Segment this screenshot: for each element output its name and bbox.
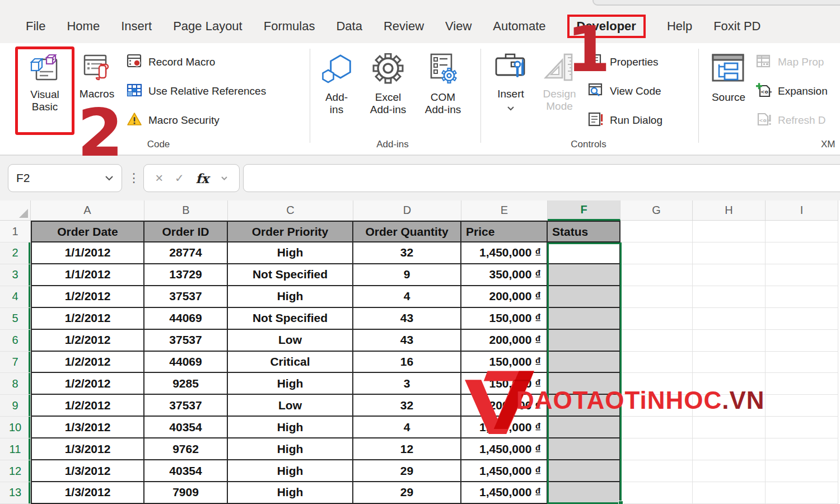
cell-order-date[interactable]: 1/2/2012: [31, 330, 144, 352]
row-header[interactable]: 3: [0, 264, 31, 286]
cell-price[interactable]: 350,000 ₫: [461, 264, 548, 286]
cell-order-priority[interactable]: High: [228, 373, 353, 395]
cell-status-selected[interactable]: [548, 264, 620, 286]
empty-cell[interactable]: [693, 373, 766, 395]
cell-status-selected[interactable]: [548, 352, 620, 374]
name-box-chevron-icon[interactable]: [105, 173, 114, 183]
empty-cell[interactable]: [693, 221, 766, 242]
cell-price[interactable]: 1,450,000 ₫: [461, 460, 548, 482]
empty-cell[interactable]: [693, 417, 766, 438]
empty-cell[interactable]: [620, 264, 693, 286]
column-header-i[interactable]: I: [766, 200, 838, 221]
empty-cell[interactable]: [620, 242, 693, 264]
tab-home[interactable]: Home: [67, 15, 100, 38]
empty-cell[interactable]: [766, 395, 838, 417]
tab-foxit-pdf[interactable]: Foxit PD: [713, 15, 760, 38]
cell-order-quantity[interactable]: 9: [353, 264, 461, 286]
cell-order-date[interactable]: 1/3/2012: [31, 460, 144, 482]
empty-cell[interactable]: [693, 264, 766, 286]
cell-order-id[interactable]: 13729: [144, 264, 228, 286]
add-ins-button[interactable]: Add-ins: [315, 46, 358, 135]
cell-price[interactable]: 1,450,000 ₫: [461, 417, 548, 438]
empty-cell[interactable]: [693, 352, 766, 374]
empty-cell[interactable]: [620, 438, 693, 460]
row-header[interactable]: 8: [0, 373, 31, 395]
empty-cell[interactable]: [620, 221, 693, 242]
column-header-g[interactable]: G: [620, 200, 693, 221]
tab-formulas[interactable]: Formulas: [264, 15, 315, 38]
cell-order-priority[interactable]: High: [228, 482, 353, 504]
cell-status-selected[interactable]: [548, 373, 620, 395]
cell-order-date[interactable]: 1/3/2012: [31, 438, 144, 460]
empty-cell[interactable]: [693, 438, 766, 460]
cell-order-id[interactable]: 9762: [144, 438, 228, 460]
cell-order-quantity[interactable]: 43: [353, 330, 461, 352]
formula-bar-grip[interactable]: ⋮: [129, 164, 139, 192]
cell-order-quantity[interactable]: 12: [353, 438, 461, 460]
row-header[interactable]: 12: [0, 460, 31, 482]
row-header[interactable]: 1: [0, 221, 31, 242]
macro-security-button[interactable]: Macro Security: [127, 110, 220, 130]
cell-order-priority[interactable]: Critical: [228, 352, 353, 374]
cell-price[interactable]: 150,000 ₫: [461, 352, 548, 374]
fill-handle[interactable]: [618, 501, 623, 504]
empty-cell[interactable]: [693, 395, 766, 417]
cell-order-priority[interactable]: High: [228, 242, 353, 264]
cell-order-priority[interactable]: High: [228, 438, 353, 460]
tab-page-layout[interactable]: Page Layout: [173, 15, 242, 38]
cell-order-quantity[interactable]: 29: [353, 460, 461, 482]
cell-order-id[interactable]: 44069: [144, 352, 228, 374]
run-dialog-button[interactable]: Run Dialog: [588, 110, 662, 130]
cell-order-date[interactable]: 1/1/2012: [31, 264, 144, 286]
empty-cell[interactable]: [766, 330, 838, 352]
expansion-packs-button[interactable]: <o> Expansion: [756, 81, 828, 101]
empty-cell[interactable]: [620, 482, 693, 504]
empty-cell[interactable]: [693, 330, 766, 352]
insert-function-icon[interactable]: fx: [195, 171, 209, 186]
cell-order-id[interactable]: 9285: [144, 373, 228, 395]
row-header[interactable]: 6: [0, 330, 31, 352]
cell-status-selected[interactable]: [548, 438, 620, 460]
empty-cell[interactable]: [693, 482, 766, 504]
empty-cell[interactable]: [766, 460, 838, 482]
row-header[interactable]: 10: [0, 417, 31, 438]
cell-order-id[interactable]: 37537: [144, 286, 228, 308]
cell-status-selected[interactable]: [548, 308, 620, 330]
cell-price[interactable]: 200,000 ₫: [461, 395, 548, 417]
column-header-c[interactable]: C: [228, 200, 353, 221]
active-cell-f2[interactable]: [548, 242, 620, 264]
empty-cell[interactable]: [766, 373, 838, 395]
cell-order-date[interactable]: 1/3/2012: [31, 482, 144, 504]
cell-order-priority[interactable]: High: [228, 460, 353, 482]
empty-cell[interactable]: [693, 460, 766, 482]
cell-order-quantity[interactable]: 3: [353, 373, 461, 395]
cell-order-quantity[interactable]: 4: [353, 417, 461, 438]
empty-cell[interactable]: [693, 242, 766, 264]
empty-cell[interactable]: [620, 308, 693, 330]
empty-cell[interactable]: [766, 438, 838, 460]
column-header-d[interactable]: D: [353, 200, 461, 221]
row-header[interactable]: 2: [0, 242, 31, 264]
header-order-quantity[interactable]: Order Quantity: [353, 221, 461, 242]
tab-insert[interactable]: Insert: [121, 15, 152, 38]
cell-order-id[interactable]: 40354: [144, 417, 228, 438]
cell-order-id[interactable]: 44069: [144, 308, 228, 330]
cell-order-quantity[interactable]: 32: [353, 242, 461, 264]
empty-cell[interactable]: [766, 286, 838, 308]
cell-status-selected[interactable]: [548, 286, 620, 308]
cell-order-id[interactable]: 28774: [144, 242, 228, 264]
empty-cell[interactable]: [693, 286, 766, 308]
cell-order-id[interactable]: 40354: [144, 460, 228, 482]
source-button[interactable]: Source: [704, 46, 753, 135]
row-header[interactable]: 4: [0, 286, 31, 308]
empty-cell[interactable]: [766, 482, 838, 504]
empty-cell[interactable]: [766, 221, 838, 242]
row-header[interactable]: 9: [0, 395, 31, 417]
cell-order-date[interactable]: 1/2/2012: [31, 373, 144, 395]
cell-order-priority[interactable]: Not Specified: [228, 264, 353, 286]
cell-price[interactable]: 1,450,000 ₫: [461, 482, 548, 504]
empty-cell[interactable]: [620, 460, 693, 482]
cell-order-quantity[interactable]: 43: [353, 308, 461, 330]
cell-order-quantity[interactable]: 32: [353, 395, 461, 417]
empty-cell[interactable]: [766, 242, 838, 264]
